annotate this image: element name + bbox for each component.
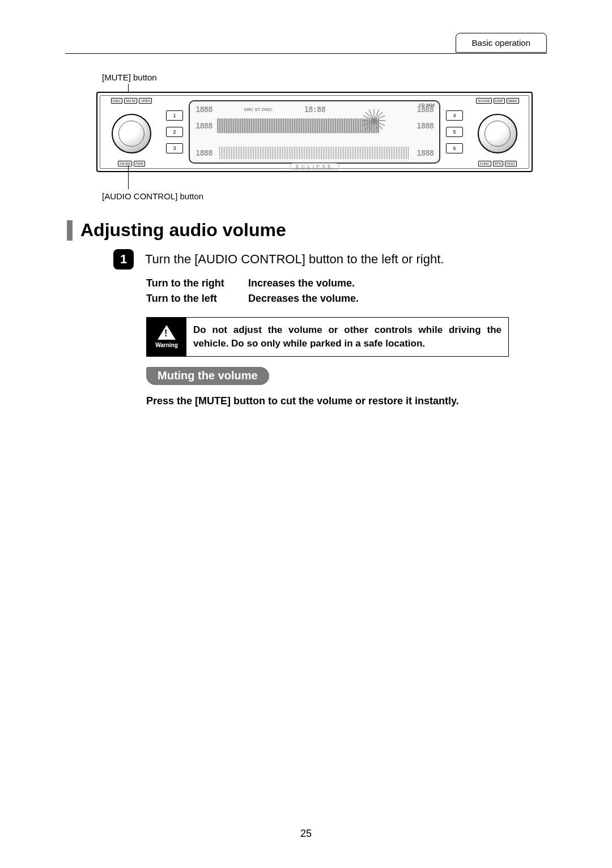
step-text: Turn the [AUDIO CONTROL] button to the l… bbox=[145, 252, 444, 267]
lcd-seg-1: 1888 bbox=[196, 105, 212, 114]
lcd-seg-3: 1888 bbox=[196, 121, 212, 130]
step-number-badge: 1 bbox=[113, 249, 134, 270]
table-desc: Decreases the volume. bbox=[248, 293, 359, 305]
table-row: Turn to the right Increases the volume. bbox=[146, 277, 359, 289]
lcd-seg-2: 1888 bbox=[416, 105, 434, 114]
table-desc: Increases the volume. bbox=[248, 277, 355, 289]
svg-line-7 bbox=[366, 121, 374, 129]
table-label: Turn to the right bbox=[146, 277, 248, 289]
warning-triangle-icon bbox=[158, 325, 176, 340]
fast-button: FAST bbox=[505, 161, 517, 166]
left-knob-block: DISC MUTE OPEN FM AM PWR bbox=[100, 96, 163, 168]
preset-4: 4 bbox=[446, 110, 463, 121]
preset-3: 3 bbox=[166, 143, 183, 153]
header-rule bbox=[65, 53, 547, 54]
svg-line-5 bbox=[374, 121, 382, 129]
mute-instruction: Press the [MUTE] button to cut the volum… bbox=[146, 394, 509, 408]
starburst-icon bbox=[360, 108, 388, 133]
section-heading: Adjusting audio volume bbox=[67, 220, 286, 241]
disc-button: DISC bbox=[111, 98, 122, 104]
table-row: Turn to the left Decreases the volume. bbox=[146, 293, 359, 305]
preset-1: 1 bbox=[166, 110, 183, 121]
preset-6: 6 bbox=[446, 143, 463, 153]
preset-5: 5 bbox=[446, 127, 463, 137]
select-knob bbox=[478, 114, 517, 153]
stereo-faceplate-illustration: DISC MUTE OPEN FM AM PWR 1 2 3 CD 3434 bbox=[96, 92, 533, 172]
lcd-display: CD 3434 1888 SRC ST DISC 18:88 1888 1888… bbox=[189, 100, 440, 164]
lcd-matrix-row1 bbox=[217, 118, 380, 133]
page-number: 25 bbox=[300, 828, 312, 840]
mute-callout-label: [MUTE] button bbox=[102, 72, 157, 82]
heading-text: Adjusting audio volume bbox=[80, 220, 286, 241]
warning-label: Warning bbox=[155, 342, 178, 348]
audio-control-callout-line bbox=[128, 165, 129, 189]
lcd-spectrum bbox=[219, 147, 410, 159]
lcd-seg-5: 1888 bbox=[196, 148, 212, 157]
svg-line-6 bbox=[374, 112, 382, 121]
table-label: Turn to the left bbox=[146, 293, 248, 305]
lcd-time: 18:88 bbox=[304, 105, 325, 114]
rtn-button: RTN bbox=[493, 161, 503, 166]
subsection-pill: Muting the volume bbox=[146, 367, 269, 385]
mute-button: MUTE bbox=[124, 98, 137, 104]
audio-control-callout-label: [AUDIO CONTROL] button bbox=[102, 191, 203, 201]
svg-line-4 bbox=[366, 112, 374, 121]
header-tab: Basic operation bbox=[456, 33, 547, 53]
sound-button: SOUND bbox=[476, 98, 492, 104]
preset-col-left: 1 2 3 bbox=[163, 96, 186, 168]
lcd-seg-6: 1888 bbox=[416, 148, 434, 157]
preset-2: 2 bbox=[166, 127, 183, 137]
direction-table: Turn to the right Increases the volume. … bbox=[146, 277, 359, 308]
open-button: OPEN bbox=[139, 98, 152, 104]
warning-box: Warning Do not adjust the volume or othe… bbox=[146, 317, 509, 357]
lcd-indicators: SRC ST DISC bbox=[244, 107, 273, 112]
warning-text: Do not adjust the volume or other contro… bbox=[186, 318, 508, 356]
disp-button: DISP bbox=[494, 98, 505, 104]
brand-logo: ECLIPSE bbox=[290, 163, 339, 170]
audio-control-knob bbox=[112, 114, 151, 153]
lcd-seg-4: 1888 bbox=[416, 121, 434, 130]
pwr-button: PWR bbox=[134, 161, 145, 166]
right-knob-block: SOUND DISP SEEK FUNC RTN FAST bbox=[466, 96, 529, 168]
func-button: FUNC bbox=[478, 161, 491, 166]
fm-am-button: FM AM bbox=[118, 161, 132, 166]
heading-accent-bar bbox=[67, 220, 73, 241]
warning-icon-cell: Warning bbox=[147, 318, 186, 356]
seek-button: SEEK bbox=[507, 98, 519, 104]
preset-col-right: 4 5 6 bbox=[443, 96, 466, 168]
step-1: 1 Turn the [AUDIO CONTROL] button to the… bbox=[113, 249, 444, 270]
